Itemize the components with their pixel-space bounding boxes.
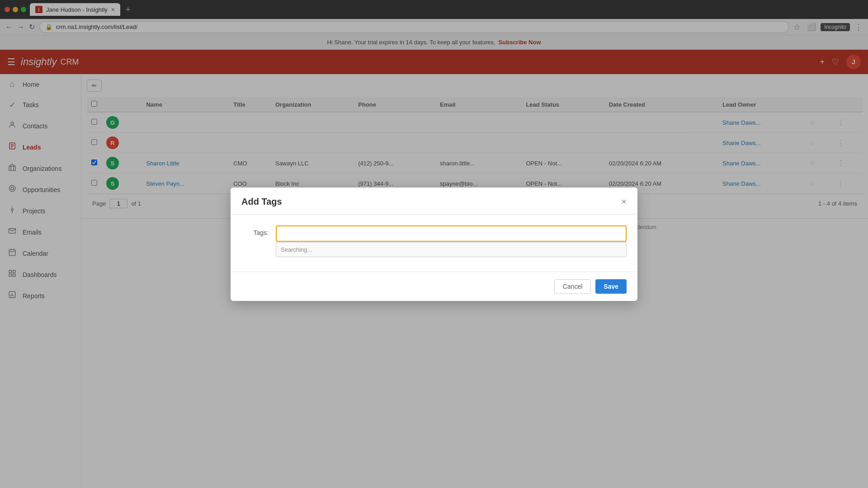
modal-footer: Cancel Save bbox=[231, 272, 637, 301]
add-tags-modal: Add Tags × Tags: Searching... Cancel Sav… bbox=[231, 188, 637, 301]
tags-input[interactable] bbox=[276, 225, 627, 242]
modal-header: Add Tags × bbox=[231, 188, 637, 215]
modal-title: Add Tags bbox=[241, 197, 282, 207]
tags-input-wrap: Searching... bbox=[276, 225, 627, 257]
save-button[interactable]: Save bbox=[595, 279, 627, 294]
tags-form-row: Tags: Searching... bbox=[241, 225, 627, 257]
cancel-button[interactable]: Cancel bbox=[554, 279, 591, 294]
tags-label: Tags: bbox=[241, 225, 269, 236]
modal-close-button[interactable]: × bbox=[621, 197, 627, 206]
searching-text: Searching... bbox=[281, 246, 312, 253]
search-dropdown: Searching... bbox=[276, 242, 627, 257]
modal-body: Tags: Searching... bbox=[231, 215, 637, 272]
modal-overlay[interactable]: Add Tags × Tags: Searching... Cancel Sav… bbox=[0, 0, 868, 488]
